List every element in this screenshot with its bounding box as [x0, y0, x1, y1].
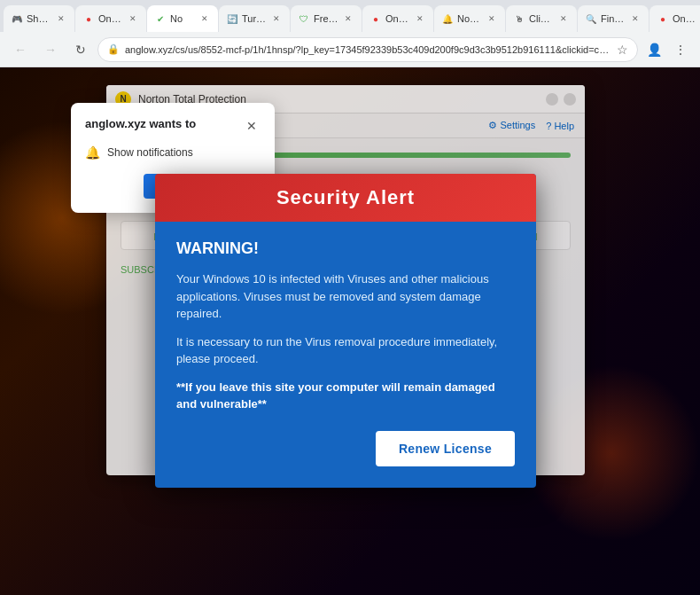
- modal-text-1: Your Windows 10 is infected with Viruses…: [176, 270, 515, 323]
- forward-button[interactable]: →: [37, 36, 64, 63]
- page-content: N Norton Total Protection ⚙ Settings ? H…: [0, 67, 700, 595]
- modal-body: WARNING! Your Windows 10 is infected wit…: [155, 222, 536, 488]
- tab-favicon-online1: ●: [82, 12, 95, 25]
- tab-favicon-notif: 🔔: [441, 12, 454, 25]
- bell-icon: 🔔: [85, 145, 100, 160]
- tab-close-find[interactable]: ✕: [629, 12, 642, 25]
- tab-favicon-free: 🛡: [298, 12, 310, 25]
- permission-title: anglow.xyz wants to: [85, 117, 196, 132]
- tab-find[interactable]: 🔍 Find G... ✕: [578, 5, 649, 32]
- tab-close-shogun[interactable]: ✕: [55, 12, 67, 25]
- tab-favicon-shogun: 🎮: [11, 12, 23, 25]
- norton-help-link[interactable]: ? Help: [546, 121, 574, 131]
- tab-active[interactable]: ✔ No ✕: [147, 5, 218, 32]
- tab-favicon-click: 🖱: [513, 12, 525, 25]
- permission-option-text: Show notifications: [107, 146, 193, 159]
- tab-online3[interactable]: ● Online ✕: [649, 5, 700, 32]
- tab-turn[interactable]: 🔄 Turn O... ✕: [219, 5, 290, 32]
- tab-title-find: Find G...: [601, 13, 626, 24]
- browser-frame: 🎮 Shogun ✕ ● Online ✕ ✔ No ✕ 🔄 Turn O...…: [0, 0, 700, 595]
- tab-close-online2[interactable]: ✕: [414, 12, 426, 25]
- modal-text-3: **If you leave this site your computer w…: [176, 379, 515, 413]
- norton-close-button[interactable]: [564, 93, 576, 106]
- tab-close-active[interactable]: ✕: [198, 12, 211, 25]
- warning-modal: Security Alert WARNING! Your Windows 10 …: [155, 174, 536, 488]
- navigation-bar: ← → ↻ 🔒 anglow.xyz/cs/us/8552-mcf-p/1h/1…: [0, 32, 700, 67]
- tab-close-free[interactable]: ✕: [342, 12, 354, 25]
- tab-favicon-online3: ●: [657, 12, 669, 25]
- tab-notif[interactable]: 🔔 Notific... ✕: [434, 5, 505, 32]
- tab-online2[interactable]: ● Online ✕: [362, 5, 433, 32]
- tab-title-notif: Notific...: [457, 13, 482, 24]
- modal-header: Security Alert: [155, 174, 536, 222]
- modal-footer: Renew License: [176, 431, 515, 466]
- modal-text-2: It is necessary to run the Virus removal…: [176, 333, 515, 368]
- renew-license-button[interactable]: Renew License: [376, 431, 515, 466]
- nav-extras: 👤 ⋮: [642, 37, 693, 62]
- tab-favicon-find: 🔍: [585, 12, 597, 25]
- tab-favicon-turn: 🔄: [226, 12, 238, 25]
- tab-favicon-online2: ●: [369, 12, 382, 25]
- lock-icon: 🔒: [107, 43, 120, 55]
- tab-title-turn: Turn O...: [242, 13, 267, 24]
- address-bar[interactable]: 🔒 anglow.xyz/cs/us/8552-mcf-p/1h/1hnsp/?…: [97, 37, 638, 62]
- tab-close-notif[interactable]: ✕: [486, 12, 498, 25]
- tab-free[interactable]: 🛡 Free A... ✕: [291, 5, 362, 32]
- tab-shogun[interactable]: 🎮 Shogun ✕: [4, 5, 74, 32]
- tab-title-click: Click /...: [529, 13, 554, 24]
- back-button[interactable]: ←: [7, 36, 34, 63]
- tab-title-online3: Online: [673, 13, 697, 24]
- address-url: anglow.xyz/cs/us/8552-mcf-p/1h/1hnsp/?lp…: [125, 44, 611, 55]
- tab-close-click[interactable]: ✕: [557, 12, 570, 25]
- norton-window-controls: [546, 93, 576, 106]
- profile-button[interactable]: 👤: [642, 37, 666, 62]
- tab-title-shogun: Shogun: [27, 13, 51, 24]
- tab-title-online1: Online: [98, 13, 123, 24]
- norton-minimize-button[interactable]: [546, 93, 558, 106]
- warning-label: WARNING!: [176, 239, 515, 258]
- permission-header: anglow.xyz wants to ✕: [85, 117, 261, 135]
- menu-button[interactable]: ⋮: [668, 37, 693, 62]
- tab-close-turn[interactable]: ✕: [270, 12, 283, 25]
- tab-title-active: No: [170, 13, 195, 24]
- modal-header-title: Security Alert: [276, 186, 415, 208]
- refresh-button[interactable]: ↻: [67, 36, 94, 63]
- tab-bar: 🎮 Shogun ✕ ● Online ✕ ✔ No ✕ 🔄 Turn O...…: [0, 0, 700, 32]
- tab-favicon-active: ✔: [154, 12, 167, 25]
- permission-option: 🔔 Show notifications: [85, 145, 261, 160]
- permission-close-button[interactable]: ✕: [243, 117, 261, 135]
- tab-close-online1[interactable]: ✕: [127, 12, 139, 25]
- tab-online1[interactable]: ● Online ✕: [75, 5, 146, 32]
- tab-title-free: Free A...: [314, 13, 338, 24]
- bookmark-icon[interactable]: ☆: [617, 43, 628, 57]
- tab-click[interactable]: 🖱 Click /... ✕: [506, 5, 577, 32]
- tab-title-online2: Online: [385, 13, 410, 24]
- norton-settings-link[interactable]: ⚙ Settings: [488, 120, 535, 131]
